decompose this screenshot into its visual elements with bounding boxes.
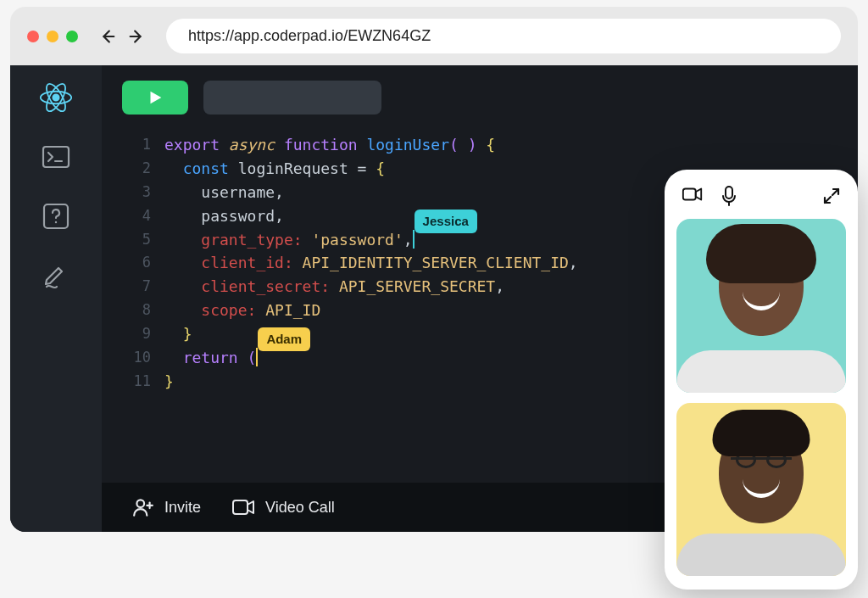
svg-point-3: [53, 94, 58, 100]
help-icon[interactable]: [39, 199, 73, 233]
svg-rect-7: [43, 147, 69, 167]
code-content: grant_type: 'password',: [164, 228, 413, 252]
code-content: scope: API_ID: [164, 299, 320, 322]
collab-cursor: [256, 348, 258, 366]
code-line[interactable]: 1export async function loginUser( ) {: [122, 133, 837, 157]
invite-label: Invite: [164, 499, 201, 517]
video-tile-2[interactable]: [676, 403, 846, 577]
maximize-window-button[interactable]: [66, 31, 78, 42]
svg-marker-16: [248, 501, 253, 513]
code-content: username,: [164, 181, 284, 204]
line-number: 6: [122, 251, 151, 275]
video-panel: [665, 170, 858, 590]
svg-marker-18: [696, 189, 702, 200]
code-content: export async function loginUser( ) {: [164, 133, 495, 157]
line-number: 3: [122, 181, 151, 204]
code-content: }: [164, 370, 174, 394]
camera-icon[interactable]: [682, 185, 704, 207]
run-button[interactable]: [122, 81, 188, 115]
code-content: const loginRequest = {: [164, 157, 385, 181]
language-selector[interactable]: [203, 81, 381, 115]
code-content: password,: [164, 204, 284, 228]
code-content: client_secret: API_SERVER_SECRET,: [164, 275, 504, 299]
line-number: 9: [122, 322, 151, 346]
editor-toolbar: [102, 65, 858, 115]
svg-marker-11: [151, 92, 162, 104]
nav-arrows: [98, 27, 146, 46]
svg-rect-15: [233, 500, 248, 514]
collab-cursor: [413, 230, 415, 249]
code-content: client_id: API_IDENTITY_SERVER_CLIENT_ID…: [164, 251, 578, 275]
minimize-window-button[interactable]: [47, 31, 58, 42]
invite-button[interactable]: Invite: [132, 496, 201, 518]
svg-point-12: [136, 500, 144, 507]
expand-icon[interactable]: [822, 187, 841, 205]
close-window-button[interactable]: [27, 31, 39, 42]
video-tile-1[interactable]: [676, 219, 846, 393]
svg-rect-19: [726, 187, 732, 198]
svg-point-10: [55, 221, 57, 223]
video-panel-controls: [676, 183, 846, 209]
code-content: }: [164, 322, 192, 346]
forward-button[interactable]: [127, 27, 146, 46]
line-number: 2: [122, 157, 151, 181]
line-number: 7: [122, 275, 151, 299]
code-content: return (: [164, 346, 256, 370]
video-call-button[interactable]: Video Call: [231, 498, 335, 517]
line-number: 11: [122, 370, 151, 394]
mic-icon[interactable]: [721, 185, 737, 207]
line-number: 5: [122, 228, 151, 252]
window-controls: [27, 31, 78, 42]
back-button[interactable]: [98, 27, 117, 46]
sidebar: [10, 65, 102, 532]
line-number: 10: [122, 346, 151, 370]
svg-rect-17: [683, 189, 696, 200]
collab-cursor-label: Adam: [258, 327, 310, 351]
browser-chrome: https://app.coderpad.io/EWZN64GZ: [10, 7, 858, 65]
draw-icon[interactable]: [39, 259, 73, 293]
address-bar[interactable]: https://app.coderpad.io/EWZN64GZ: [166, 19, 841, 53]
line-number: 8: [122, 299, 151, 322]
invite-icon: [132, 496, 154, 518]
react-logo-icon: [39, 81, 73, 115]
collab-cursor-label: Jessica: [415, 210, 477, 233]
video-icon: [231, 498, 255, 517]
line-number: 4: [122, 204, 151, 228]
line-number: 1: [122, 133, 151, 157]
terminal-icon[interactable]: [39, 140, 73, 174]
video-call-label: Video Call: [265, 499, 335, 517]
